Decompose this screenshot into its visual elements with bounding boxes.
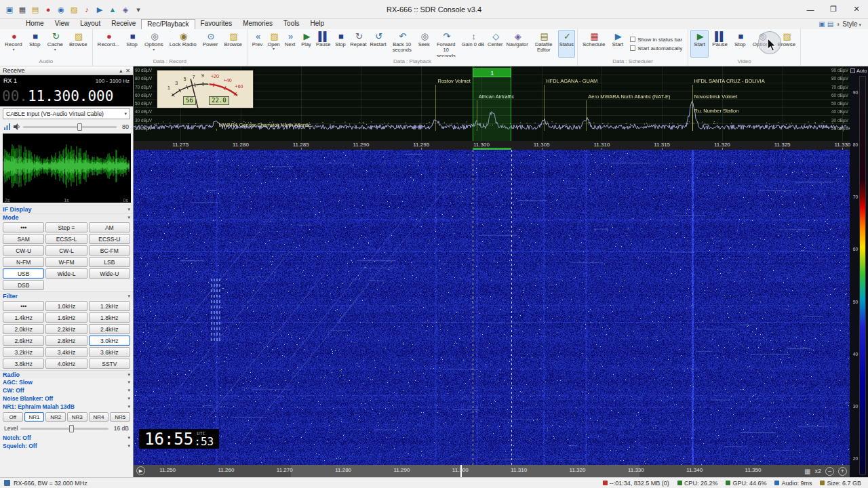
upload-icon[interactable]: ▲ bbox=[107, 4, 118, 15]
video-start-button[interactable]: ▶ Start bbox=[690, 30, 709, 58]
ribbon-checkbox[interactable]: Start automatically bbox=[630, 45, 682, 52]
squelch-row[interactable]: Squelch: Off bbox=[0, 442, 133, 450]
mode-section[interactable]: Mode bbox=[0, 213, 133, 221]
colorbar-gradient[interactable] bbox=[859, 76, 866, 474]
audio-stop-button[interactable]: ■ Stop bbox=[26, 30, 44, 58]
seek-button[interactable]: ◎ Seek bbox=[416, 30, 432, 58]
menu-tab[interactable]: Home bbox=[20, 19, 50, 29]
mode-button[interactable]: BC-FM bbox=[89, 245, 130, 256]
mode-button[interactable]: CW-L bbox=[45, 245, 87, 256]
audio-browse-button[interactable]: ▨ Browse bbox=[66, 30, 90, 58]
level-slider[interactable] bbox=[20, 428, 108, 430]
mode-button[interactable]: ••• bbox=[3, 222, 44, 232]
filter-button[interactable]: 2.2kHz bbox=[45, 324, 87, 334]
data-record-stop-button[interactable]: ■ Stop bbox=[123, 30, 141, 58]
close-button[interactable]: ✕ bbox=[845, 0, 868, 18]
app-icon[interactable]: ▣ bbox=[4, 4, 15, 15]
radio-property-row[interactable]: CW: Off bbox=[0, 386, 133, 394]
mode-button[interactable]: ECSS-L bbox=[45, 234, 87, 244]
menu-tab[interactable]: Layout bbox=[75, 19, 106, 29]
gain-control[interactable]: ↕ Gain 0 dB bbox=[460, 30, 486, 58]
radio-property-row[interactable]: AGC: Slow bbox=[0, 378, 133, 386]
collapse-icon[interactable]: ▴ bbox=[119, 68, 122, 74]
radio-property-row[interactable]: Noise Blanker: Off bbox=[0, 394, 133, 403]
legend-colorbar[interactable]: 9080706050403020 bbox=[850, 76, 868, 474]
level-slider-thumb[interactable] bbox=[69, 425, 74, 432]
radio-property-row[interactable]: NR1: Ephraim Malah 13dB bbox=[0, 403, 133, 411]
datafile-editor-button[interactable]: ▤ Datafile Editor bbox=[530, 30, 557, 58]
layout-icon[interactable]: ▤ bbox=[827, 20, 833, 28]
spectrum-frequency-scale[interactable]: 11.27511.28011.28511.29011.29511.30011.3… bbox=[134, 141, 850, 150]
menu-tab[interactable]: View bbox=[50, 19, 75, 29]
filter-button[interactable]: 4.0kHz bbox=[45, 359, 87, 369]
world-icon[interactable]: ◉ bbox=[56, 4, 66, 15]
mode-button[interactable]: Step ≡ bbox=[45, 222, 87, 232]
video-options-button[interactable]: ◎ Options bbox=[750, 30, 774, 58]
filter-button[interactable]: 2.4kHz bbox=[89, 324, 130, 334]
notch-row[interactable]: Notch: Off bbox=[0, 434, 133, 442]
restart-button[interactable]: ↺ Restart bbox=[369, 30, 388, 58]
filter-button[interactable]: 1.6kHz bbox=[45, 312, 87, 323]
displays-icon[interactable]: ▦ bbox=[17, 4, 28, 15]
filter-button[interactable]: 1.4kHz bbox=[3, 312, 44, 323]
menu-tab[interactable]: Favourites bbox=[195, 19, 238, 29]
ribbon-checkbox[interactable]: Show in status bar bbox=[630, 37, 682, 43]
filter-button[interactable]: 1.0kHz bbox=[45, 301, 87, 311]
nr-button[interactable]: NR3 bbox=[67, 412, 87, 422]
mode-button[interactable]: USB bbox=[3, 268, 44, 279]
forward-10-seconds-button[interactable]: ↷ Forward 10 seconds bbox=[433, 30, 460, 58]
grid-icon[interactable]: ▦ bbox=[804, 468, 810, 475]
volume-slider[interactable] bbox=[23, 126, 117, 128]
filter-button[interactable]: 2.8kHz bbox=[45, 336, 87, 346]
station-label[interactable]: HFDL AGANA - GUAM bbox=[546, 78, 597, 84]
station-label[interactable]: Aero MWARA North Atlantic (NAT-E) bbox=[588, 94, 670, 100]
menu-tab[interactable]: Memories bbox=[237, 19, 278, 29]
volume-slider-thumb[interactable] bbox=[77, 123, 82, 131]
scheduler-start-button[interactable]: ▶ Start bbox=[608, 30, 627, 58]
station-label[interactable]: African Airtraffic bbox=[479, 94, 514, 100]
filter-button[interactable]: 1.8kHz bbox=[89, 312, 130, 323]
station-label[interactable]: MWARA Gander Shanwick North Atlantic bbox=[218, 122, 311, 128]
data-record-browse-button[interactable]: ▨ Browse bbox=[221, 30, 245, 58]
monitor-icon[interactable]: ▣ bbox=[818, 20, 825, 28]
if-display-section[interactable]: IF Display bbox=[0, 205, 133, 213]
next-button[interactable]: » Next bbox=[282, 30, 298, 58]
repeat-button[interactable]: ↻ Repeat bbox=[349, 30, 368, 58]
mode-button[interactable]: SAM bbox=[3, 234, 44, 244]
filter-section[interactable]: Filter bbox=[0, 291, 133, 300]
filter-button[interactable]: 2.0kHz bbox=[3, 324, 44, 334]
playback-pause-button[interactable]: ▌▌ Pause bbox=[315, 30, 332, 58]
audio-icon[interactable]: ♪ bbox=[81, 4, 92, 15]
minimize-button[interactable]: — bbox=[799, 0, 822, 18]
lock-radio-button[interactable]: ◉ Lock Radio bbox=[167, 30, 199, 58]
memories-icon[interactable]: ▤ bbox=[30, 4, 41, 15]
selection-band[interactable] bbox=[473, 66, 511, 141]
nr-button[interactable]: NR4 bbox=[89, 412, 109, 422]
audio-record-button[interactable]: ● Record bbox=[2, 30, 25, 58]
tools-icon[interactable]: ◈ bbox=[120, 4, 131, 15]
menu-tab[interactable]: Tools bbox=[278, 19, 304, 29]
center-button[interactable]: ◇ Center bbox=[486, 30, 505, 58]
playback-stop-button[interactable]: ■ Stop bbox=[332, 30, 348, 58]
schedule-button[interactable]: ▦ Schedule bbox=[580, 30, 608, 58]
mode-button[interactable]: CW-U bbox=[3, 245, 44, 256]
maximize-button[interactable]: ❐ bbox=[822, 0, 845, 18]
station-label[interactable]: Rostov Volmet bbox=[437, 78, 470, 84]
status-button[interactable]: ✓ Status bbox=[558, 30, 575, 58]
overview-play-button[interactable]: ▶ bbox=[136, 466, 145, 475]
mode-button[interactable]: Wide-U bbox=[89, 268, 130, 279]
play-icon[interactable]: ▶ bbox=[94, 4, 105, 15]
prev-button[interactable]: « Prev bbox=[250, 30, 265, 58]
mode-button[interactable]: N-FM bbox=[3, 257, 44, 267]
filter-button[interactable]: 3.8kHz bbox=[3, 359, 44, 369]
mode-button[interactable]: LSB bbox=[89, 257, 130, 267]
style-icon[interactable]: ◑ bbox=[835, 20, 840, 28]
filter-button[interactable]: ••• bbox=[3, 301, 44, 311]
playback-play-button[interactable]: ▶ Play bbox=[298, 30, 314, 58]
receive-panel-header[interactable]: Receive ▴✕ bbox=[0, 66, 133, 75]
close-icon[interactable]: ✕ bbox=[125, 68, 130, 74]
qat-caret-icon[interactable]: ▾ bbox=[133, 4, 144, 15]
nr-button[interactable]: NR5 bbox=[110, 412, 130, 422]
mode-button[interactable]: Wide-L bbox=[45, 268, 87, 279]
video-stop-button[interactable]: ■ Stop bbox=[731, 30, 749, 58]
